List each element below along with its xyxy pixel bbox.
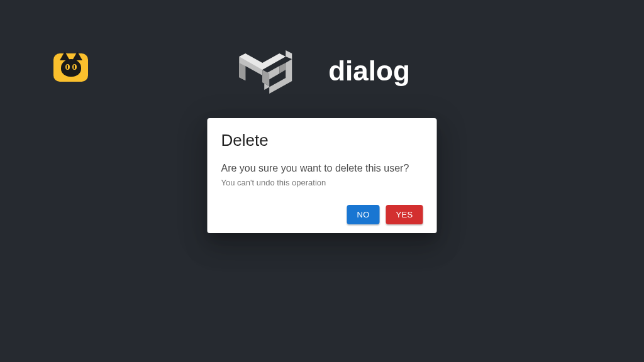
dialog-actions: NO YES — [221, 205, 423, 224]
header-title: dialog — [328, 55, 410, 87]
yes-button[interactable]: YES — [386, 205, 423, 224]
no-button[interactable]: NO — [347, 205, 379, 224]
dialog-message: Are you sure you want to delete this use… — [221, 162, 423, 175]
cat-icon — [58, 57, 84, 79]
mui-logo-icon — [234, 47, 309, 94]
cat-logo-badge — [53, 53, 88, 82]
confirm-dialog: Delete Are you sure you want to delete t… — [208, 118, 437, 233]
page-header: dialog — [234, 47, 410, 94]
dialog-title: Delete — [221, 131, 423, 150]
dialog-subtext: You can't undo this operation — [221, 178, 423, 187]
